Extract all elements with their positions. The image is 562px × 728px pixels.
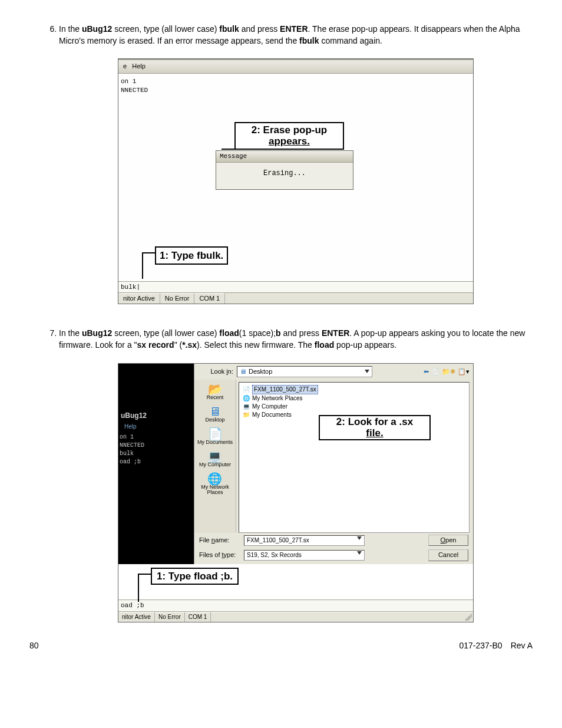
lookin-dropdown[interactable]: 🖥 Desktop — [237, 366, 372, 377]
message-box: Message Erasing... — [216, 150, 353, 190]
place-label: Recent — [207, 395, 224, 401]
dialog-toolbar: ⬅ 📄 📁✱ 📋▾ — [424, 367, 470, 376]
resize-grip-icon[interactable] — [465, 614, 472, 621]
file-name: My Documents — [252, 411, 292, 419]
left-terminal-panel: uBug12 Help on 1 NNECTED bulk oad ;b — [118, 364, 194, 564]
screenshot-1: e Help on 1 NNECTED 2: Erase pop-up appe… — [118, 58, 474, 304]
cancel-button[interactable]: Cancel — [428, 549, 468, 561]
folder-icon: 📂 — [207, 383, 224, 395]
t: pop-up appears. — [334, 340, 396, 350]
step7-text: In the uBug12 screen, type (all lower ca… — [59, 328, 525, 350]
terminal-area: on 1 NNECTED 2: Erase pop-up appears. Me… — [118, 74, 473, 281]
place-mycomp[interactable]: 💻My Computer — [199, 450, 231, 468]
computer-icon: 💻 — [243, 403, 250, 411]
file-name: My Network Places — [252, 394, 303, 403]
t: (1 space); — [239, 328, 276, 338]
help-link[interactable]: Help — [124, 423, 137, 431]
place-mydocs[interactable]: 📄My Documents — [197, 428, 233, 446]
message-body: Erasing... — [216, 163, 353, 189]
menu-e[interactable]: e — [123, 62, 127, 70]
cmd-fload: fload — [219, 328, 239, 338]
terminal-text: on 1 NNECTED bulk oad ;b — [120, 433, 144, 466]
place-label: My Network Places — [201, 485, 229, 496]
callout-leader — [142, 252, 155, 253]
network-icon: 🌐 — [243, 394, 250, 403]
callout-line2: file. — [366, 427, 383, 439]
place-label: My Documents — [197, 440, 233, 446]
t: screen, type (all lower case) — [112, 24, 219, 34]
callout-type-fload: 1: Type fload ;b. — [151, 568, 239, 585]
callout-line1: 2: Look for a .sx — [336, 416, 413, 427]
command-input[interactable]: oad ;b — [118, 599, 473, 611]
place-mynet[interactable]: 🌐My Network Places — [201, 473, 229, 496]
sx-record: sx record — [137, 340, 174, 350]
chevron-down-icon — [357, 536, 362, 540]
file-item[interactable]: 🌐My Network Places — [243, 394, 465, 403]
cmd-b: b — [276, 328, 281, 338]
up-icon[interactable]: 📄 — [431, 367, 439, 376]
file-icon: 📄 — [243, 386, 250, 394]
t: command again. — [319, 36, 382, 45]
t: " ( — [174, 340, 183, 350]
t: screen, type (all lower case) — [112, 328, 219, 338]
t: In the — [59, 24, 82, 34]
doc-revision: 017-237-B0 Rev A — [459, 640, 533, 652]
terminal-line: bulk — [120, 450, 144, 458]
callout-leader — [138, 574, 139, 602]
file-item[interactable]: 💻My Computer — [243, 403, 465, 411]
t: and press — [239, 24, 280, 34]
menu-help[interactable]: Help — [132, 62, 146, 70]
new-folder-icon[interactable]: 📁✱ — [442, 367, 455, 376]
command-input[interactable]: bulk| — [118, 281, 473, 292]
page-number: 80 — [29, 640, 39, 652]
callout-erase: 2: Erase pop-up appears. — [234, 122, 344, 150]
desktop-icon: 🖥 — [240, 367, 246, 376]
step-6: In the uBug12 screen, type (all lower ca… — [59, 24, 533, 304]
network-icon: 🌐 — [201, 473, 229, 485]
filename-value: FXM_1100_500_27T.sx — [247, 536, 309, 545]
file-name: My Computer — [252, 403, 287, 411]
filename-field[interactable]: FXM_1100_500_27T.sx — [244, 535, 365, 546]
t: and press — [281, 328, 322, 338]
terminal-line: NNECTED — [120, 442, 144, 450]
documents-icon: 📄 — [197, 428, 233, 440]
terminal-line: on 1 — [120, 433, 144, 442]
callout-leader — [222, 149, 234, 150]
view-menu-icon[interactable]: 📋▾ — [458, 367, 470, 376]
status-error: No Error — [160, 293, 195, 304]
callout-erase-line1: 2: Erase pop-up — [252, 124, 327, 136]
cmd-fbulk: fbulk — [219, 24, 239, 34]
filetype-value: S19, S2, Sx Records — [247, 551, 302, 559]
app-title: uBug12 — [121, 411, 147, 421]
menu-bar: e Help — [118, 59, 473, 73]
callout-leader — [142, 252, 143, 279]
app-name: uBug12 — [82, 24, 112, 34]
status-monitor: nitor Active — [118, 293, 160, 304]
enter-key: ENTER — [280, 24, 308, 34]
callout-look-sx: 2: Look for a .sx file. — [319, 415, 431, 440]
status-error: No Error — [155, 612, 185, 622]
filetype-field[interactable]: S19, S2, Sx Records — [244, 550, 365, 561]
step6-text: In the uBug12 screen, type (all lower ca… — [59, 24, 520, 45]
terminal-line: on 1 — [121, 77, 471, 86]
t: In the — [59, 328, 82, 338]
cmd-fbulk2: fbulk — [299, 36, 319, 45]
back-icon[interactable]: ⬅ — [424, 367, 429, 376]
file-item-selected[interactable]: 📄FXM_1100_500_27T.sx — [243, 385, 465, 394]
callout-type-fbulk: 1: Type fbulk. — [155, 246, 228, 265]
places-bar: 📂Recent 🖥Desktop 📄My Documents 💻My Compu… — [194, 380, 236, 533]
status-bar: nitor Active No Error COM 1 — [118, 611, 473, 622]
status-bar: nitor Active No Error COM 1 — [118, 292, 473, 304]
place-recent[interactable]: 📂Recent — [207, 383, 224, 401]
app-name: uBug12 — [82, 328, 112, 338]
open-button[interactable]: Open — [428, 535, 468, 546]
file-list[interactable]: 📄FXM_1100_500_27T.sx 🌐My Network Places … — [239, 382, 470, 533]
chevron-down-icon — [357, 551, 362, 555]
file-name: FXM_1100_500_27T.sx — [252, 385, 318, 394]
place-desktop[interactable]: 🖥Desktop — [205, 406, 224, 423]
sx-ext: *.sx — [182, 340, 197, 350]
terminal-line: NNECTED — [121, 86, 471, 95]
status-com: COM 1 — [185, 612, 211, 622]
filename-label: File name: — [199, 536, 239, 545]
enter-key: ENTER — [322, 328, 349, 338]
